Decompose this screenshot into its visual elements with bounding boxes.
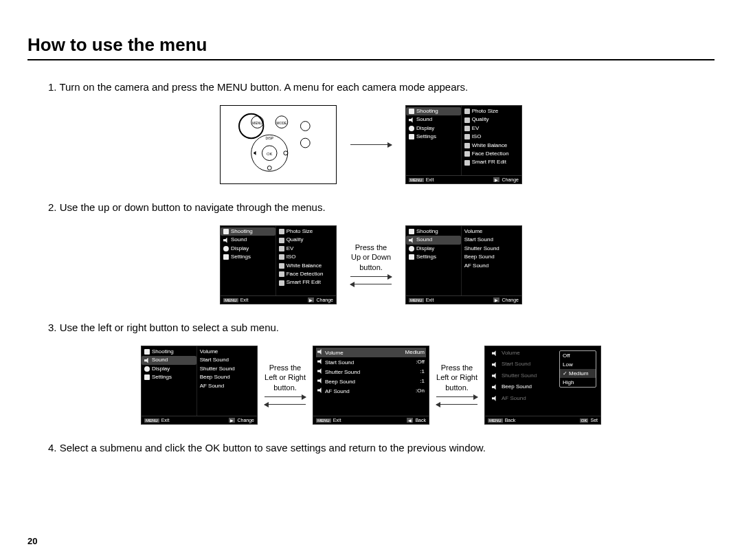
arrow-leftright-2: Press the Left or Right button.: [436, 363, 477, 407]
tab-display: Display: [406, 124, 461, 133]
lcd-screen-volume-options: Volume Start Sound Shutter Sound Beep So…: [484, 346, 601, 425]
lcd-screen-shooting-2: Shooting Sound Display Settings Photo Si…: [220, 225, 337, 304]
menu-button-label: MENU: [252, 122, 262, 125]
tab-sound: Sound: [406, 236, 461, 244]
opt-off: Off: [560, 351, 596, 360]
opt-photo-size: Photo Size: [462, 107, 521, 115]
step-2-text: 2. Use the up or down button to navigate…: [48, 201, 715, 213]
opt-low: Low: [560, 360, 596, 369]
page-number: 20: [27, 536, 37, 546]
step-4-text: 4. Select a submenu and click the OK but…: [48, 442, 715, 453]
arrow-leftright-1: Press the Left or Right button.: [265, 363, 306, 407]
tab-shooting: Shooting: [406, 227, 461, 236]
volume-option-list: Off Low ✓Medium High: [559, 350, 596, 388]
svg-point-8: [300, 138, 310, 148]
tab-display: Display: [406, 245, 461, 253]
lcd-screen-shooting-1: Shooting Sound Display Settings Photo Si…: [405, 105, 522, 184]
step-3-text: 3. Use the left or right button to selec…: [48, 322, 715, 333]
step-1-text: 1. Turn on the camera and press the MENU…: [48, 81, 715, 93]
svg-point-6: [284, 151, 288, 155]
tab-sound: Sound: [221, 236, 276, 244]
tab-display: Display: [221, 245, 276, 253]
arrow-right-single: [350, 142, 392, 148]
opt-wb: White Balance: [462, 142, 521, 150]
tab-sound: Sound: [406, 115, 461, 124]
lcd-screen-sound-2: Shooting Sound Display Settings Volume S…: [141, 346, 258, 425]
page-title: How to use the menu: [27, 34, 715, 60]
opt-iso: ISO: [462, 133, 521, 141]
opt-high: High: [560, 378, 596, 387]
opt-face: Face Detection: [462, 150, 521, 158]
mode-button-label: MODE: [277, 122, 287, 125]
lcd-screen-sound-values: VolumeMedium Start Sound:Off Shutter Sou…: [313, 346, 429, 425]
tab-settings: Settings: [406, 253, 461, 261]
svg-point-0: [239, 114, 263, 138]
disp-button-label: DISP: [265, 137, 273, 140]
opt-ev: EV: [462, 124, 521, 133]
opt-smart: Smart FR Edit: [462, 158, 521, 166]
tab-settings: Settings: [406, 133, 461, 141]
camera-back-diagram: MENU MODE OK DISP: [220, 105, 337, 184]
arrow-updown-label: Press the Up or Down button.: [350, 243, 392, 287]
svg-point-5: [267, 166, 271, 170]
opt-medium: ✓Medium: [560, 369, 596, 378]
opt-quality: Quality: [462, 115, 521, 124]
svg-point-7: [300, 122, 310, 131]
lcd-screen-sound-1: Shooting Sound Display Settings Volume S…: [405, 225, 522, 304]
ok-button-label: OK: [267, 152, 273, 156]
tab-shooting: Shooting: [406, 107, 461, 115]
tab-settings: Settings: [221, 253, 276, 261]
tab-shooting: Shooting: [221, 227, 276, 236]
